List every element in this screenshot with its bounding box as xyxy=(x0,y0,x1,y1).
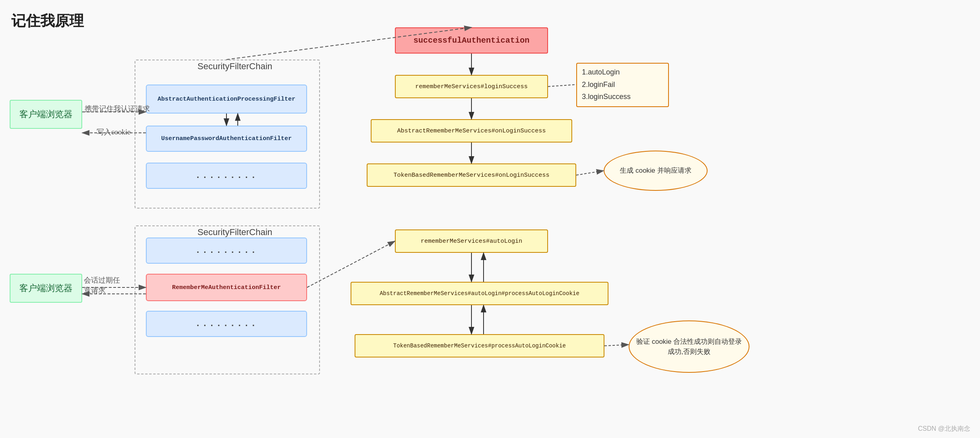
ellipse-validate-cookie: 验证 cookie 合法性成功则自动登录成功,否则失败 xyxy=(629,320,750,373)
filter-dots-1: ......... xyxy=(146,163,307,189)
arrow-label-carry-cookie: 携带记住我认证请求 xyxy=(85,104,150,114)
chain1-label: SecurityFilterChain xyxy=(197,61,272,72)
svg-line-18 xyxy=(604,345,629,346)
svg-line-8 xyxy=(576,171,604,175)
flow-token-auto-label: TokenBasedRememberMeServices#processAuto… xyxy=(393,343,566,349)
anno-line-3: 3.loginSuccess xyxy=(582,91,663,103)
chain2-label: SecurityFilterChain xyxy=(197,227,272,238)
flow-on-login-success: AbstractRememberMeServices#onLoginSucces… xyxy=(371,119,572,143)
filter-abstract-auth: AbstractAuthenticationProcessingFilter xyxy=(146,85,307,114)
page-title: 记住我原理 xyxy=(11,11,84,31)
flow-abstract-auto: AbstractRememberMeServices#autoLogin#pro… xyxy=(351,282,608,305)
filter-username-password-label: UsernamePasswordAuthenticationFilter xyxy=(161,135,292,142)
anno-line-2: 2.loginFail xyxy=(582,79,663,91)
filter-dots-2: ......... xyxy=(146,238,307,264)
flow-auto-login: rememberMeServices#autoLogin xyxy=(395,229,548,253)
flow-on-login-success-label: AbstractRememberMeServices#onLoginSucces… xyxy=(397,128,546,134)
flow-token-auto: TokenBasedRememberMeServices#processAuto… xyxy=(355,334,604,357)
flow-successful-auth-label: successfulAuthentication xyxy=(413,36,529,45)
filter-dots-3: ......... xyxy=(146,311,307,337)
arrow-label-write-cookie: 写入cookie xyxy=(97,127,131,137)
filter-remember-me-label: RememberMeAuthenticationFilter xyxy=(172,284,281,291)
flow-token-login-label: TokenBasedRememberMeServices#onLoginSucc… xyxy=(393,172,549,179)
svg-line-13 xyxy=(307,241,395,287)
annotation-box-1: 1.autoLogin 2.loginFail 3.loginSuccess xyxy=(576,63,669,107)
filter-abstract-auth-label: AbstractAuthenticationProcessingFilter xyxy=(158,96,295,103)
anno-line-1: 1.autoLogin xyxy=(582,66,663,79)
client-browser-2: 客户端浏览器 xyxy=(10,274,82,303)
svg-line-6 xyxy=(548,85,576,87)
client1-label: 客户端浏览器 xyxy=(19,108,73,120)
ellipse-generate-cookie: 生成 cookie 并响应请求 xyxy=(604,151,708,191)
flow-successful-auth: successfulAuthentication xyxy=(395,27,548,54)
filter-dots-1-label: ......... xyxy=(195,171,258,181)
ellipse-validate-cookie-label: 验证 cookie 合法性成功则自动登录成功,否则失败 xyxy=(635,337,743,357)
flow-token-login: TokenBasedRememberMeServices#onLoginSucc… xyxy=(367,163,576,187)
ellipse-generate-cookie-label: 生成 cookie 并响应请求 xyxy=(620,165,691,176)
filter-username-password: UsernamePasswordAuthenticationFilter xyxy=(146,126,307,152)
filter-remember-me: RememberMeAuthenticationFilter xyxy=(146,274,307,301)
filter-dots-2-label: ......... xyxy=(195,246,258,256)
client2-label: 客户端浏览器 xyxy=(19,282,73,294)
filter-dots-3-label: ......... xyxy=(195,319,258,329)
client-browser-1: 客户端浏览器 xyxy=(10,100,82,129)
arrow-label-session-expire: 会话过期任意请求 xyxy=(84,275,120,295)
flow-auto-login-label: rememberMeServices#autoLogin xyxy=(421,238,522,245)
watermark: CSDN @北执南念 xyxy=(918,425,970,433)
flow-login-success: rememberMeServices#loginSuccess xyxy=(395,75,548,98)
flow-login-success-label: rememberMeServices#loginSuccess xyxy=(415,83,527,90)
flow-abstract-auto-label: AbstractRememberMeServices#autoLogin#pro… xyxy=(380,290,579,297)
